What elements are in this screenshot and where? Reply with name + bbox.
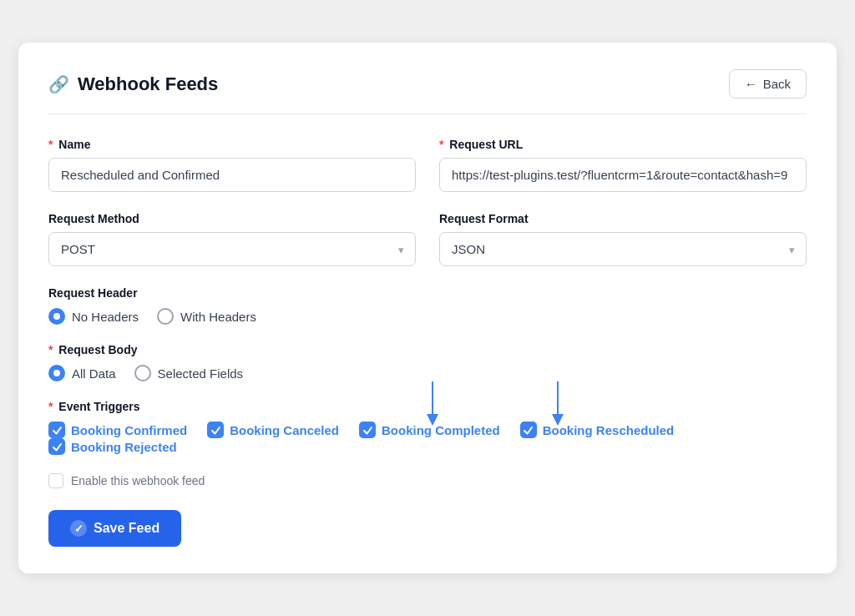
booking-completed-checkbox[interactable] <box>359 422 376 438</box>
name-label: * Name <box>48 138 416 151</box>
no-headers-radio[interactable] <box>48 308 65 325</box>
request-url-input[interactable] <box>439 158 807 192</box>
booking-rescheduled-checkbox[interactable] <box>520 422 537 438</box>
request-body-section: * Request Body All Data Selected Fields <box>48 343 807 381</box>
booking-confirmed-checkbox[interactable] <box>48 422 65 438</box>
request-url-label: * Request URL <box>439 138 807 151</box>
enable-checkbox[interactable] <box>48 473 63 488</box>
all-data-label: All Data <box>72 366 116 381</box>
booking-rejected-label: Booking Rejected <box>71 440 177 454</box>
booking-canceled-label: Booking Canceled <box>230 423 339 437</box>
checkbox-booking-rejected[interactable]: Booking Rejected <box>48 438 177 455</box>
request-format-select-wrapper: JSON FORM ▾ <box>439 232 807 266</box>
save-check-icon: ✓ <box>70 520 87 537</box>
event-triggers-section: * Event Triggers <box>48 400 807 455</box>
back-label: Back <box>763 77 791 91</box>
request-format-label: Request Format <box>439 212 807 225</box>
selected-fields-label: Selected Fields <box>158 366 244 381</box>
body-radio-group: All Data Selected Fields <box>48 365 807 381</box>
body-required-star: * <box>48 343 53 356</box>
checkbox-booking-confirmed[interactable]: Booking Confirmed <box>48 422 187 438</box>
booking-confirmed-label: Booking Confirmed <box>71 423 187 437</box>
enable-label: Enable this webhook feed <box>71 474 205 487</box>
save-feed-label: Save Feed <box>94 521 159 536</box>
request-method-label: Request Method <box>48 212 416 225</box>
back-arrow-icon: ← <box>745 77 757 91</box>
method-format-row: Request Method POST GET PUT PATCH DELETE… <box>48 212 807 266</box>
url-required-star: * <box>439 138 443 151</box>
request-method-select[interactable]: POST GET PUT PATCH DELETE <box>48 232 416 266</box>
request-format-select[interactable]: JSON FORM <box>439 232 807 266</box>
with-headers-label: With Headers <box>180 310 256 324</box>
enable-row: Enable this webhook feed <box>48 473 807 488</box>
save-feed-button[interactable]: ✓ Save Feed <box>48 510 181 547</box>
checkbox-booking-canceled[interactable]: Booking Canceled <box>207 422 339 438</box>
name-url-row: * Name * Request URL <box>48 138 807 192</box>
request-method-select-wrapper: POST GET PUT PATCH DELETE ▾ <box>48 232 416 266</box>
selected-fields-option[interactable]: Selected Fields <box>134 365 244 381</box>
booking-rejected-checkbox[interactable] <box>48 438 65 455</box>
booking-completed-label: Booking Completed <box>382 423 500 437</box>
request-header-label: Request Header <box>48 286 807 300</box>
request-header-section: Request Header No Headers With Headers <box>48 286 807 325</box>
checkboxes-container: Booking Confirmed Booking Canceled Booki… <box>48 422 807 455</box>
name-group: * Name <box>48 138 416 192</box>
all-data-radio[interactable] <box>48 365 65 381</box>
with-headers-option[interactable]: With Headers <box>157 308 256 325</box>
checkbox-booking-rescheduled[interactable]: Booking Rescheduled <box>520 422 675 438</box>
checkbox-booking-completed[interactable]: Booking Completed <box>359 422 500 438</box>
request-format-group: Request Format JSON FORM ▾ <box>439 212 807 266</box>
with-headers-radio[interactable] <box>157 308 174 325</box>
name-input[interactable] <box>48 158 416 192</box>
all-data-option[interactable]: All Data <box>48 365 116 381</box>
no-headers-label: No Headers <box>72 310 139 324</box>
no-headers-option[interactable]: No Headers <box>48 308 139 325</box>
request-method-group: Request Method POST GET PUT PATCH DELETE… <box>48 212 416 266</box>
webhook-icon: 🔗 <box>48 74 69 94</box>
header-radio-group: No Headers With Headers <box>48 308 807 325</box>
triggers-required-star: * <box>48 400 53 413</box>
back-button[interactable]: ← Back <box>729 69 807 98</box>
booking-canceled-checkbox[interactable] <box>207 422 224 438</box>
booking-rescheduled-label: Booking Rescheduled <box>543 423 675 437</box>
event-checkboxes-row: Booking Confirmed Booking Canceled Booki… <box>48 422 807 455</box>
selected-fields-radio[interactable] <box>134 365 151 381</box>
header-left: 🔗 Webhook Feeds <box>48 73 218 95</box>
request-body-label: * Request Body <box>48 343 807 356</box>
name-required-star: * <box>48 138 53 151</box>
page-title: Webhook Feeds <box>78 73 218 95</box>
request-url-group: * Request URL <box>439 138 807 192</box>
main-card: 🔗 Webhook Feeds ← Back * Name * Request … <box>18 43 837 573</box>
event-triggers-label: * Event Triggers <box>48 400 807 413</box>
page-header: 🔗 Webhook Feeds ← Back <box>48 69 807 114</box>
